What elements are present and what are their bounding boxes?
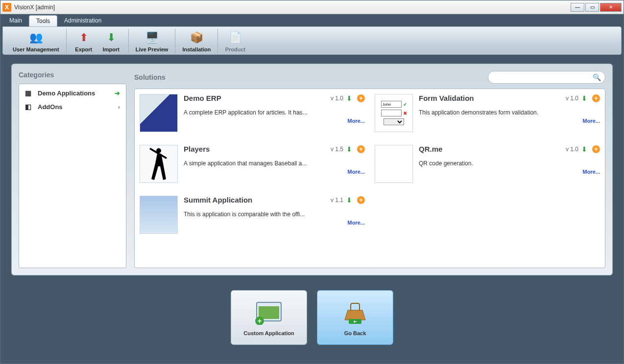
check-icon: ✔: [403, 102, 407, 107]
solution-title: Demo ERP: [184, 94, 328, 102]
tab-tools[interactable]: Tools: [29, 15, 57, 26]
solution-demo-erp: Demo ERP v 1.0 ⬇ + A complete ERP applic…: [140, 94, 365, 143]
download-icon[interactable]: ⬇: [581, 94, 589, 102]
sample-input: [381, 101, 402, 108]
add-icon[interactable]: +: [592, 94, 600, 102]
tab-administration[interactable]: Administration: [57, 15, 108, 26]
user-management-button[interactable]: 👥 User Management: [11, 29, 61, 53]
solution-description: A complete ERP application for articles.…: [184, 109, 365, 116]
users-icon: 👥: [28, 30, 44, 46]
custom-app-icon: +: [254, 299, 284, 326]
toolbar-label: User Management: [13, 46, 59, 52]
toolbar-label: Export: [75, 46, 92, 52]
window-controls: — ▭ ✕: [571, 3, 622, 12]
main-frame: Main Tools Administration 👥 User Managem…: [0, 14, 624, 364]
chevron-right-icon: ›: [118, 103, 120, 111]
add-icon[interactable]: +: [357, 196, 365, 204]
export-icon: ⬆: [76, 30, 92, 46]
product-icon: 📄: [227, 30, 243, 46]
category-addons[interactable]: ◧ AddOns ›: [19, 100, 126, 114]
solutions-grid: Demo ERP v 1.0 ⬇ + A complete ERP applic…: [134, 89, 605, 268]
solution-description: QR code generation.: [419, 160, 600, 167]
application-icon: ▦: [25, 89, 34, 97]
bottom-actions: + Custom Application ⇤ Go Back: [11, 275, 613, 354]
baseball-player-icon: [146, 147, 171, 181]
button-label: Go Back: [344, 330, 366, 336]
download-icon[interactable]: ⬇: [581, 145, 589, 153]
search-input[interactable]: [492, 74, 593, 81]
solution-title: Players: [184, 145, 328, 153]
minimize-button[interactable]: —: [571, 3, 584, 12]
sample-input: [381, 110, 402, 116]
category-demo-applications[interactable]: ▦ Demo Applications ➔: [19, 86, 126, 100]
more-link[interactable]: More...: [348, 220, 365, 226]
solution-thumbnail: [140, 94, 178, 132]
install-icon: 📦: [189, 30, 204, 46]
preview-icon: 🖥️: [144, 30, 160, 46]
more-link[interactable]: More...: [348, 169, 365, 175]
chevron-right-icon: ➔: [115, 90, 120, 97]
solution-description: A simple application that manages Baseba…: [184, 160, 365, 167]
window-title: VisionX [admin]: [14, 4, 571, 11]
solution-title: Summit Application: [184, 196, 328, 204]
add-icon[interactable]: +: [357, 145, 365, 153]
solution-description: This application demonstrates form valid…: [419, 109, 600, 116]
search-icon[interactable]: 🔍: [593, 73, 601, 81]
download-icon[interactable]: ⬇: [346, 145, 354, 153]
category-label: AddOns: [38, 103, 63, 111]
tab-strip: Main Tools Administration: [2, 15, 622, 26]
maximize-button[interactable]: ▭: [585, 3, 599, 12]
categories-header: Categories: [19, 71, 126, 79]
solution-version: v 1.0: [331, 95, 343, 102]
content-panel: Categories ▦ Demo Applications ➔ ◧ AddOn…: [11, 64, 613, 275]
export-button[interactable]: ⬆ Export: [72, 29, 96, 53]
toolbar-label: Live Preview: [136, 46, 168, 52]
solution-qr-me: QR.me v 1.0 ⬇ + QR code generation. More…: [375, 145, 600, 194]
go-back-icon: ⇤: [340, 299, 370, 326]
toolbar-label: Product: [225, 46, 246, 52]
solution-title: Form Validation: [419, 94, 563, 102]
solution-thumbnail: [375, 145, 413, 183]
solution-thumbnail: ✔ ✖: [375, 94, 413, 132]
sample-select: [384, 118, 404, 125]
add-icon[interactable]: +: [357, 94, 365, 102]
svg-text:⇤: ⇤: [354, 319, 357, 324]
solution-version: v 1.0: [566, 146, 578, 153]
download-icon[interactable]: ⬇: [346, 94, 354, 102]
title-bar: X VisionX [admin] — ▭ ✕: [0, 0, 624, 14]
toolbar-label: Installation: [182, 46, 211, 52]
custom-application-button[interactable]: + Custom Application: [231, 290, 307, 345]
search-box[interactable]: 🔍: [488, 71, 605, 84]
solutions-header: Solutions: [134, 73, 488, 81]
product-button: 📄 Product: [223, 29, 247, 53]
content-frame: Categories ▦ Demo Applications ➔ ◧ AddOn…: [11, 64, 613, 354]
addon-icon: ◧: [25, 103, 34, 111]
solution-players: Players v 1.5 ⬇ + A simple application t…: [140, 145, 365, 194]
import-button[interactable]: ⬇ Import: [99, 29, 123, 53]
app-icon: X: [2, 3, 11, 12]
more-link[interactable]: More...: [348, 118, 365, 124]
category-label: Demo Applications: [38, 90, 95, 97]
close-button[interactable]: ✕: [600, 3, 622, 12]
live-preview-button[interactable]: 🖥️ Live Preview: [134, 29, 170, 53]
more-link[interactable]: More...: [583, 118, 600, 124]
button-label: Custom Application: [243, 330, 294, 336]
solution-summit-application: Summit Application v 1.1 ⬇ + This is app…: [140, 196, 365, 245]
solution-form-validation: ✔ ✖ Form Validation v 1.0 ⬇ + This ap: [375, 94, 600, 143]
solutions-panel: Solutions 🔍 Demo ERP v 1.0: [134, 71, 605, 268]
download-icon[interactable]: ⬇: [346, 196, 354, 204]
toolbar-label: Import: [103, 46, 120, 52]
solution-thumbnail: [140, 196, 178, 234]
solution-thumbnail: [140, 145, 178, 183]
import-icon: ⬇: [103, 30, 119, 46]
solution-version: v 1.1: [331, 197, 343, 204]
more-link[interactable]: More...: [583, 169, 600, 175]
go-back-button[interactable]: ⇤ Go Back: [317, 290, 393, 345]
svg-text:+: +: [258, 317, 262, 325]
categories-list: ▦ Demo Applications ➔ ◧ AddOns ›: [19, 84, 126, 268]
solution-title: QR.me: [419, 145, 563, 153]
solution-version: v 1.5: [331, 146, 343, 153]
add-icon[interactable]: +: [592, 145, 600, 153]
tab-main[interactable]: Main: [2, 15, 29, 26]
installation-button[interactable]: 📦 Installation: [180, 29, 213, 53]
